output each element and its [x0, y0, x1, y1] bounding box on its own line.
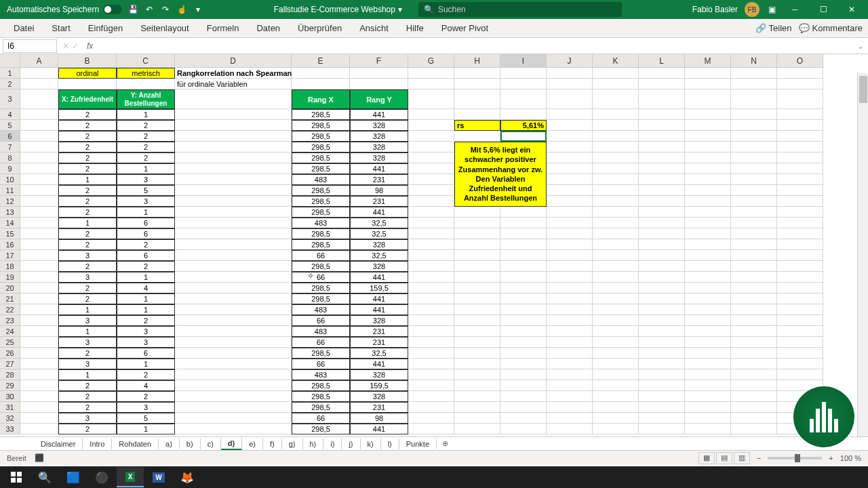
cell-A10[interactable] — [20, 174, 58, 185]
row-header-13[interactable]: 13 — [0, 207, 20, 218]
cell-C33[interactable]: 1 — [117, 424, 175, 434]
cell-J20[interactable] — [547, 283, 593, 293]
cell-N26[interactable] — [731, 348, 777, 359]
cell-C17[interactable]: 6 — [117, 250, 175, 261]
cell-K9[interactable] — [593, 163, 639, 174]
cell-C14[interactable]: 6 — [117, 218, 175, 228]
cell-A29[interactable] — [20, 380, 58, 391]
cell-D26[interactable] — [175, 348, 292, 359]
cell-F12[interactable]: 231 — [350, 196, 408, 207]
close-button[interactable]: ✕ — [841, 0, 863, 19]
cell-I29[interactable] — [500, 380, 547, 391]
cell-N22[interactable] — [731, 304, 777, 315]
cell-B2[interactable] — [58, 79, 117, 89]
cell-L25[interactable] — [639, 337, 685, 348]
ribbon-tab-einfügen[interactable]: Einfügen — [80, 20, 131, 36]
cell-E3[interactable]: Rang X — [292, 89, 350, 109]
cell-K6[interactable] — [593, 131, 639, 142]
normal-view-button[interactable]: ▦ — [698, 452, 715, 464]
cell-J17[interactable] — [547, 250, 593, 261]
cell-L5[interactable] — [639, 120, 685, 131]
cell-D1[interactable]: Rangkorrelation nach Spearman — [175, 68, 292, 79]
cell-I28[interactable] — [500, 369, 547, 380]
cell-O14[interactable] — [777, 218, 823, 228]
search-box[interactable]: 🔍 Suchen — [418, 2, 622, 17]
cell-N18[interactable] — [731, 261, 777, 272]
cell-H28[interactable] — [454, 369, 500, 380]
ribbon-tab-überprüfen[interactable]: Überprüfen — [290, 20, 350, 36]
cell-G23[interactable] — [408, 315, 454, 326]
macro-record-icon[interactable]: ⬛ — [35, 453, 44, 462]
cell-E5[interactable]: 298,5 — [292, 120, 350, 131]
cell-H22[interactable] — [454, 304, 500, 315]
cell-E29[interactable]: 298,5 — [292, 380, 350, 391]
cell-H5[interactable]: rs — [454, 120, 500, 131]
cell-A8[interactable] — [20, 152, 58, 163]
cell-I2[interactable] — [500, 79, 547, 89]
cell-D3[interactable] — [175, 89, 292, 109]
cell-L29[interactable] — [639, 380, 685, 391]
cell-G28[interactable] — [408, 369, 454, 380]
cell-E9[interactable]: 298,5 — [292, 163, 350, 174]
cell-B19[interactable]: 3 — [58, 272, 117, 283]
cell-B30[interactable]: 2 — [58, 391, 117, 402]
cell-D5[interactable] — [175, 120, 292, 131]
cell-D24[interactable] — [175, 326, 292, 337]
column-header-D[interactable]: D — [175, 54, 292, 68]
cell-F14[interactable]: 32,5 — [350, 218, 408, 228]
cell-D28[interactable] — [175, 369, 292, 380]
cell-K31[interactable] — [593, 402, 639, 413]
row-header-8[interactable]: 8 — [0, 152, 20, 163]
cell-M14[interactable] — [685, 218, 731, 228]
ribbon-tab-start[interactable]: Start — [43, 20, 78, 36]
ribbon-tab-power pivot[interactable]: Power Pivot — [433, 20, 496, 36]
cell-J2[interactable] — [547, 79, 593, 89]
cell-M24[interactable] — [685, 326, 731, 337]
cell-J14[interactable] — [547, 218, 593, 228]
cell-A7[interactable] — [20, 142, 58, 152]
cell-L17[interactable] — [639, 250, 685, 261]
cell-B16[interactable]: 2 — [58, 239, 117, 250]
maximize-button[interactable]: ☐ — [812, 0, 834, 19]
cell-E15[interactable]: 298,5 — [292, 228, 350, 239]
ribbon-tab-seitenlayout[interactable]: Seitenlayout — [132, 20, 197, 36]
cell-I25[interactable] — [500, 337, 547, 348]
cell-K23[interactable] — [593, 315, 639, 326]
cell-I17[interactable] — [500, 250, 547, 261]
cell-C22[interactable]: 1 — [117, 304, 175, 315]
cell-C16[interactable]: 2 — [117, 239, 175, 250]
cell-E33[interactable]: 298,5 — [292, 424, 350, 434]
cell-O6[interactable] — [777, 131, 823, 142]
cell-B10[interactable]: 1 — [58, 174, 117, 185]
word-taskbar-button[interactable]: W — [145, 467, 172, 487]
row-header-6[interactable]: 6 — [0, 131, 20, 142]
cell-B18[interactable]: 2 — [58, 261, 117, 272]
cell-C26[interactable]: 6 — [117, 348, 175, 359]
cell-L12[interactable] — [639, 196, 685, 207]
cell-E1[interactable] — [292, 68, 350, 79]
row-header-24[interactable]: 24 — [0, 326, 20, 337]
cell-M7[interactable] — [685, 142, 731, 152]
cell-D25[interactable] — [175, 337, 292, 348]
cell-J22[interactable] — [547, 304, 593, 315]
column-header-A[interactable]: A — [20, 54, 58, 68]
cell-H21[interactable] — [454, 293, 500, 304]
cell-F21[interactable]: 441 — [350, 293, 408, 304]
comments-button[interactable]: 💬 Kommentare — [799, 23, 863, 33]
cell-N5[interactable] — [731, 120, 777, 131]
row-header-14[interactable]: 14 — [0, 218, 20, 228]
cell-A31[interactable] — [20, 402, 58, 413]
app-1[interactable]: 🟦 — [60, 467, 87, 487]
zoom-level[interactable]: 100 % — [840, 454, 861, 462]
cell-I21[interactable] — [500, 293, 547, 304]
cell-M16[interactable] — [685, 239, 731, 250]
cell-C24[interactable]: 3 — [117, 326, 175, 337]
cell-E19[interactable]: 66 — [292, 272, 350, 283]
cell-N8[interactable] — [731, 152, 777, 163]
cell-F3[interactable]: Rang Y — [350, 89, 408, 109]
cell-I20[interactable] — [500, 283, 547, 293]
cell-C13[interactable]: 1 — [117, 207, 175, 218]
cell-G20[interactable] — [408, 283, 454, 293]
cell-I19[interactable] — [500, 272, 547, 283]
cell-H19[interactable] — [454, 272, 500, 283]
